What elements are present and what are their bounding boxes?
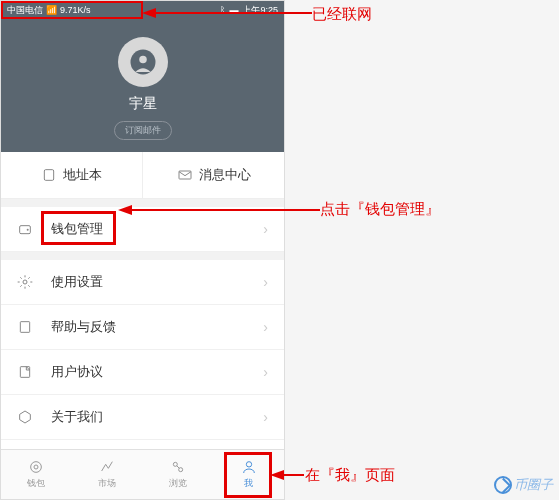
avatar-logo-icon [128,47,158,77]
tab-market-label: 市场 [98,477,116,490]
annotation-on-me-page: 在『我』页面 [305,466,395,485]
svg-point-5 [27,229,29,231]
document-icon [17,364,39,380]
messages-button[interactable]: 消息中心 [143,152,284,198]
chevron-right-icon: › [263,319,268,335]
chevron-right-icon: › [263,409,268,425]
wallet-icon [17,221,39,237]
bluetooth-icon: ᛒ [220,5,225,15]
chevron-right-icon: › [263,364,268,380]
carrier-label: 中国电信 [7,4,43,17]
svg-point-13 [246,462,251,467]
menu-about[interactable]: 关于我们 › [1,395,284,440]
menu-wallet[interactable]: 钱包管理 › [1,207,284,252]
svg-point-1 [139,56,147,64]
tab-wallet[interactable]: 钱包 [1,450,72,499]
time-label: 上午9:25 [242,4,278,17]
watermark-text: 币圈子 [514,476,553,494]
tab-bar: 钱包 市场 浏览 我 [1,449,284,499]
menu-wallet-label: 钱包管理 [51,220,103,238]
svg-rect-4 [20,226,31,234]
messages-label: 消息中心 [199,166,251,184]
gear-icon [17,274,39,290]
chevron-right-icon: › [263,221,268,237]
tab-market[interactable]: 市场 [72,450,143,499]
svg-rect-7 [20,322,29,333]
svg-point-9 [31,462,42,473]
watermark-logo-icon [494,476,512,494]
menu-about-label: 关于我们 [51,408,103,426]
tab-wallet-label: 钱包 [27,477,45,490]
username: 宇星 [1,95,284,113]
menu-help[interactable]: 帮助与反馈 › [1,305,284,350]
battery-icon: ▬ [229,5,238,15]
svg-rect-3 [179,171,191,179]
menu-agreement[interactable]: 用户协议 › [1,350,284,395]
help-icon [17,319,39,335]
tab-browse-icon [170,459,186,475]
quick-row: 地址本 消息中心 [1,152,284,199]
tab-market-icon [99,459,115,475]
chevron-right-icon: › [263,274,268,290]
addressbook-label: 地址本 [63,166,102,184]
tab-me[interactable]: 我 [213,450,284,499]
tab-me-icon [241,459,257,475]
menu-settings[interactable]: 使用设置 › [1,260,284,305]
menu-settings-label: 使用设置 [51,273,103,291]
status-bar: 中国电信 📶 9.71K/s ᛒ ▬ 上午9:25 [1,1,284,19]
tab-browse[interactable]: 浏览 [143,450,214,499]
tab-me-label: 我 [244,477,253,490]
profile-section: 宇星 订阅邮件 [1,19,284,152]
phone-frame: 中国电信 📶 9.71K/s ᛒ ▬ 上午9:25 宇星 订阅邮件 地址本 消息… [0,0,285,500]
watermark: 币圈子 [494,476,553,494]
annotation-connected: 已经联网 [312,5,372,24]
speed-label: 9.71K/s [60,5,91,15]
annotation-click-wallet: 点击『钱包管理』 [320,200,440,219]
tab-browse-label: 浏览 [169,477,187,490]
menu-gap-2 [1,252,284,260]
tab-wallet-icon [28,459,44,475]
addressbook-icon [41,167,57,183]
subscribe-button[interactable]: 订阅邮件 [114,121,172,140]
svg-point-10 [34,465,38,469]
info-icon [17,409,39,425]
signal-icon: 📶 [46,5,57,15]
avatar[interactable] [118,37,168,87]
envelope-icon [177,167,193,183]
svg-rect-2 [44,170,53,181]
addressbook-button[interactable]: 地址本 [1,152,143,198]
menu-help-label: 帮助与反馈 [51,318,116,336]
svg-point-6 [23,280,27,284]
menu-gap [1,199,284,207]
menu-agreement-label: 用户协议 [51,363,103,381]
